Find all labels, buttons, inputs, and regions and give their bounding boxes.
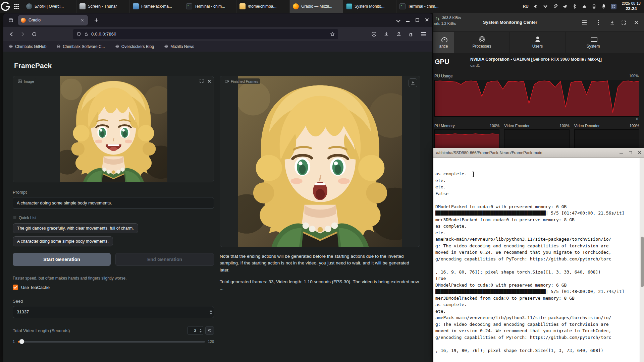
terminal-scrollbar[interactable] xyxy=(640,158,644,362)
window-minimize-button[interactable] xyxy=(406,17,410,23)
notifications-bell-icon[interactable] xyxy=(601,4,606,9)
bookmark-item[interactable]: Overclockers Blog xyxy=(115,44,154,49)
reset-value-button[interactable] xyxy=(205,326,214,335)
download-icon xyxy=(411,80,415,85)
sysmon-headerbar[interactable]: 363.8 KiB/s ork: 1.2 KiB/s System Monito… xyxy=(433,13,644,32)
account-button[interactable] xyxy=(394,29,404,39)
taskbar-window-button[interactable]: Screen - Thunar xyxy=(76,0,129,13)
taskbar-window-button[interactable]: Gradio — Mozil... xyxy=(289,0,343,13)
terminal-close-button[interactable] xyxy=(638,148,641,158)
end-generation-button[interactable]: End Generation xyxy=(115,253,214,266)
bluetooth-icon[interactable] xyxy=(572,4,577,9)
tracking-protection-shield-icon[interactable] xyxy=(76,32,81,37)
extensions-button[interactable] xyxy=(407,29,416,39)
seed-input[interactable]: 31337 xyxy=(13,306,214,318)
sysmon-more-options-button[interactable] xyxy=(594,18,602,26)
hamburger-icon xyxy=(582,22,587,23)
tab-label: System xyxy=(586,44,600,49)
browser-tab[interactable]: Gradio xyxy=(18,15,88,25)
minimize-icon xyxy=(620,154,623,154)
video-length-stepper[interactable] xyxy=(198,326,203,335)
window-maximize-button[interactable] xyxy=(416,17,419,23)
video-length-slider[interactable] xyxy=(18,341,205,343)
tab-close-button[interactable] xyxy=(79,17,85,23)
battery-icon[interactable] xyxy=(591,4,597,9)
url-text[interactable]: 0.0.0.0:7860 xyxy=(91,32,327,37)
app-grid-button[interactable] xyxy=(11,0,21,13)
volume-icon[interactable] xyxy=(533,4,538,9)
teacache-checkbox[interactable] xyxy=(13,285,18,290)
download-video-button[interactable] xyxy=(409,78,417,87)
taskbar-window-button[interactable]: Terminal - chim... xyxy=(183,0,236,13)
quick-list-item[interactable]: A character doing some simple body movem… xyxy=(13,236,113,246)
bookmark-label: Mozilla News xyxy=(170,44,194,49)
terminal-output[interactable]: as complete.ete.ete.FalseDModelPacked to… xyxy=(433,158,640,362)
sysmon-fullscreen-button[interactable] xyxy=(620,18,628,26)
screenshot-tool-icon[interactable] xyxy=(611,4,616,9)
sysmon-menu-button[interactable] xyxy=(580,18,588,26)
start-generation-button[interactable]: Start Generation xyxy=(13,253,111,266)
sysmon-tab[interactable]: Processes xyxy=(454,32,510,53)
bookmark-star-icon[interactable] xyxy=(330,32,335,37)
step-down-icon xyxy=(200,331,202,333)
sysmon-tab[interactable]: ance xyxy=(433,32,454,53)
taskbar-window-list: Блоги | Overcl... Screen - Thunar FrameP… xyxy=(23,0,449,13)
quick-list-item[interactable]: The girl dances gracefully, with clear m… xyxy=(13,223,138,233)
taskbar-window-button[interactable]: Блоги | Overcl... xyxy=(23,0,76,13)
clear-image-button[interactable] xyxy=(207,78,211,84)
url-bar[interactable]: 0.0.0.0:7860 xyxy=(73,29,338,39)
wifi-icon[interactable] xyxy=(543,4,548,9)
forward-button[interactable] xyxy=(18,29,28,39)
taskbar-window-button[interactable]: FramePack-ma... xyxy=(129,0,183,13)
globe-icon xyxy=(115,44,119,49)
paperclip-icon[interactable] xyxy=(552,4,558,9)
gradio-favicon xyxy=(21,18,26,23)
taskbar-window-button[interactable]: Terminal - chim... xyxy=(396,0,449,13)
window-icon xyxy=(186,3,192,9)
window-close-button[interactable] xyxy=(425,17,429,23)
video-decoder-label: Video Decoder xyxy=(574,124,600,128)
firefox-view-button[interactable] xyxy=(6,15,15,25)
sysmon-tab[interactable]: System xyxy=(566,32,621,53)
input-image-panel[interactable]: Image xyxy=(13,76,214,182)
new-tab-button[interactable] xyxy=(92,16,101,24)
sysmon-close-button[interactable] xyxy=(632,18,640,26)
bookmark-item[interactable]: Mozilla News xyxy=(164,44,194,49)
back-button[interactable] xyxy=(7,29,16,39)
reload-button[interactable] xyxy=(30,29,39,39)
lock-icon[interactable] xyxy=(84,32,89,37)
use-teacache-option[interactable]: Use TeaCache xyxy=(13,285,214,290)
slider-handle[interactable] xyxy=(19,339,24,344)
seed-stepper[interactable] xyxy=(208,306,214,318)
sysmon-tab[interactable]: Users xyxy=(510,32,566,53)
eject-icon[interactable] xyxy=(582,4,587,9)
menu-button[interactable] xyxy=(419,29,428,39)
keyboard-layout-indicator[interactable]: RU xyxy=(523,4,528,9)
terminal-minimize-button[interactable] xyxy=(620,148,623,158)
tab-list-dropdown-button[interactable] xyxy=(397,17,400,23)
close-icon xyxy=(634,20,638,24)
video-length-number-input[interactable]: 3 xyxy=(187,326,203,335)
bookmark-item[interactable]: Chimbalix Software C... xyxy=(56,44,105,49)
terminal-maximize-button[interactable] xyxy=(629,148,632,158)
firefox-window: Gradio 0.0.0.0:7860 xyxy=(3,13,432,362)
terminal-titlebar[interactable]: a/chimba/SSD980-666/FramePack-Neuro/Fram… xyxy=(433,148,644,158)
video-decoder-max-label: 100% xyxy=(630,124,639,128)
clock[interactable]: 2025-08-13 22:24 xyxy=(622,1,641,11)
downloads-button[interactable] xyxy=(382,29,391,39)
window-title: Gradio — Mozil... xyxy=(301,4,332,9)
finished-frames-panel[interactable]: Finished Frames xyxy=(220,76,420,247)
telegram-icon[interactable] xyxy=(562,4,568,9)
bookmark-item[interactable]: Chimbalix GitHub xyxy=(9,44,46,49)
taskbar-window-button[interactable]: System Monito... xyxy=(343,0,396,13)
fullscreen-button[interactable] xyxy=(199,78,204,84)
scrollbar-thumb[interactable] xyxy=(641,237,644,287)
prompt-input[interactable]: A character doing some simple body movem… xyxy=(13,197,214,209)
date-label: 2025-08-13 xyxy=(622,1,641,6)
gpu-memory-label: PU Memory xyxy=(434,124,455,128)
taskbar-window-button[interactable]: /home/chimba... xyxy=(236,0,289,13)
pocket-save-button[interactable] xyxy=(369,29,379,39)
distro-menu-button[interactable] xyxy=(0,0,11,13)
sysmon-export-button[interactable] xyxy=(608,18,616,26)
step-up-icon xyxy=(200,329,202,330)
